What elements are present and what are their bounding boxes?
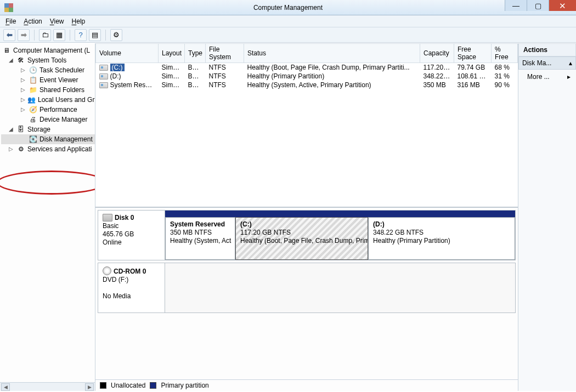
menu-file[interactable]: File — [5, 18, 16, 25]
disk-title: Disk 0 — [115, 214, 134, 221]
help-button[interactable]: ? — [75, 29, 87, 41]
volume-list: Volume Layout Type File System Status Ca… — [95, 43, 518, 208]
folder-icon: 📁 — [29, 86, 37, 94]
navigation-tree: 🖥 Computer Management (L ◢ 🛠 System Tool… — [0, 43, 95, 391]
disk-0[interactable]: Disk 0 Basic 465.76 GB Online System Res… — [98, 210, 516, 260]
col-layout[interactable]: Layout — [159, 44, 185, 63]
menu-help[interactable]: Help — [72, 18, 86, 25]
menu-view[interactable]: View — [50, 18, 64, 25]
partition-container: System Reserved 350 MB NTFS Healthy (Sys… — [165, 211, 515, 260]
close-button[interactable]: ✕ — [549, 0, 576, 11]
label: Services and Applicati — [27, 144, 92, 154]
back-button[interactable]: ⬅ — [3, 29, 15, 41]
volume-name: (D:) — [110, 72, 121, 80]
tree-services[interactable]: ▷ ⚙ Services and Applicati — [1, 144, 95, 154]
main-area: 🖥 Computer Management (L ◢ 🛠 System Tool… — [0, 43, 576, 391]
cell: Basic — [185, 63, 206, 72]
drive-icon — [99, 65, 108, 71]
tree-device-manager[interactable]: 🖨 Device Manager — [1, 115, 95, 124]
actions-more[interactable]: More ... ▸ — [518, 70, 576, 84]
cell: Basic — [185, 72, 206, 81]
tree-system-tools-label: System Tools — [27, 55, 66, 65]
up-button[interactable]: 🗀 — [39, 29, 51, 41]
caret-right-icon: ▸ — [567, 73, 571, 81]
volume-row[interactable]: System Reserved Simple Basic NTFS Health… — [96, 81, 518, 89]
menu-action[interactable]: Action — [24, 18, 42, 25]
partition-name: (D:) — [373, 220, 510, 229]
cell: NTFS — [206, 81, 244, 89]
tree-task-scheduler[interactable]: ▷ 🕒 Task Scheduler — [1, 65, 95, 75]
label: Device Manager — [39, 115, 87, 124]
cell: 348.22 GB — [420, 72, 454, 81]
expand-icon: ▷ — [21, 95, 25, 105]
properties-button[interactable]: ▦ — [53, 29, 65, 41]
toolbar-separator — [34, 30, 35, 41]
partition-name: (C:) — [240, 220, 363, 229]
expand-icon: ▷ — [21, 75, 26, 85]
cell: 79.74 GB — [454, 63, 492, 72]
cell: NTFS — [206, 72, 244, 81]
cell: 350 MB — [420, 81, 454, 89]
sidebar-hscroll[interactable]: ◀ ▶ — [0, 382, 95, 391]
cell: Healthy (Boot, Page File, Crash Dump, Pr… — [244, 63, 420, 72]
col-freespace[interactable]: Free Space — [454, 44, 492, 63]
tree-system-tools[interactable]: ◢ 🛠 System Tools — [1, 55, 95, 65]
settings-button[interactable]: ⚙ — [110, 29, 122, 41]
volume-row[interactable]: (D:) Simple Basic NTFS Healthy (Primary … — [96, 72, 518, 81]
partition-c[interactable]: (C:) 117.20 GB NTFS Healthy (Boot, Page … — [235, 217, 368, 260]
col-capacity[interactable]: Capacity — [420, 44, 454, 63]
cell: Basic — [185, 81, 206, 89]
scroll-right-icon[interactable]: ▶ — [85, 383, 94, 391]
actions-more-label: More ... — [527, 73, 550, 81]
volume-name: (C:) — [110, 64, 125, 71]
col-filesystem[interactable]: File System — [206, 44, 244, 63]
maximize-button[interactable]: ▢ — [527, 0, 549, 11]
volume-row[interactable]: (C:) Simple Basic NTFS Healthy (Boot, Pa… — [96, 63, 518, 72]
partition-status: Healthy (System, Act — [170, 237, 230, 245]
cdrom-0[interactable]: CD-ROM 0 DVD (F:) No Media — [98, 263, 516, 313]
partition-status: Healthy (Boot, Page File, Crash Dump, Pr… — [240, 237, 363, 245]
tree-root[interactable]: 🖥 Computer Management (L — [1, 46, 95, 55]
cell: 117.20 GB — [420, 63, 454, 72]
tree-performance[interactable]: ▷ 🧭 Performance — [1, 105, 95, 115]
disk-size: 465.76 GB — [103, 230, 134, 238]
col-status[interactable]: Status — [244, 44, 420, 63]
partition-system-reserved[interactable]: System Reserved 350 MB NTFS Healthy (Sys… — [165, 217, 235, 260]
legend-unallocated: Unallocated — [111, 382, 145, 389]
expand-icon: ▷ — [21, 85, 26, 95]
refresh-button[interactable]: ▤ — [89, 29, 101, 41]
legend: Unallocated Primary partition — [95, 379, 518, 391]
partition-size: 350 MB NTFS — [170, 229, 230, 237]
partition-stripe — [165, 211, 515, 217]
tree-root-label: Computer Management (L — [13, 46, 90, 55]
drive-icon — [99, 73, 108, 79]
tree-storage[interactable]: ◢ 🗄 Storage — [1, 124, 95, 134]
tree-disk-management[interactable]: 💽 Disk Management — [1, 134, 95, 144]
label: Storage — [27, 124, 50, 134]
partition-d[interactable]: (D:) 348.22 GB NTFS Healthy (Primary Par… — [368, 217, 515, 260]
col-pctfree[interactable]: % Free — [492, 44, 518, 63]
col-volume[interactable]: Volume — [96, 44, 159, 63]
legend-swatch-unallocated — [100, 382, 106, 389]
toolbar-separator-3 — [105, 30, 106, 41]
annotation-circle — [0, 171, 95, 195]
mmc-icon: 🖥 — [2, 46, 11, 55]
tree-event-viewer[interactable]: ▷ 📋 Event Viewer — [1, 75, 95, 85]
partition-size: 348.22 GB NTFS — [373, 229, 510, 237]
minimize-button[interactable]: — — [505, 0, 527, 11]
clock-icon: 🕒 — [29, 66, 37, 75]
disk-state: Online — [103, 238, 122, 246]
scroll-left-icon[interactable]: ◀ — [1, 383, 10, 391]
col-type[interactable]: Type — [185, 44, 206, 63]
tree-shared-folders[interactable]: ▷ 📁 Shared Folders — [1, 85, 95, 95]
caret-up-icon: ▴ — [569, 59, 572, 67]
actions-panel: Actions Disk Ma... ▴ More ... ▸ — [518, 43, 576, 391]
label: Shared Folders — [39, 85, 84, 95]
services-icon: ⚙ — [16, 145, 25, 154]
actions-section[interactable]: Disk Ma... ▴ — [518, 56, 576, 70]
forward-button[interactable]: ➡ — [18, 29, 30, 41]
hdd-icon — [103, 214, 112, 221]
tree-local-users[interactable]: ▷ 👥 Local Users and Gro — [1, 95, 95, 105]
titlebar: Computer Management — ▢ ✕ — [0, 0, 576, 15]
legend-swatch-primary — [150, 382, 156, 389]
